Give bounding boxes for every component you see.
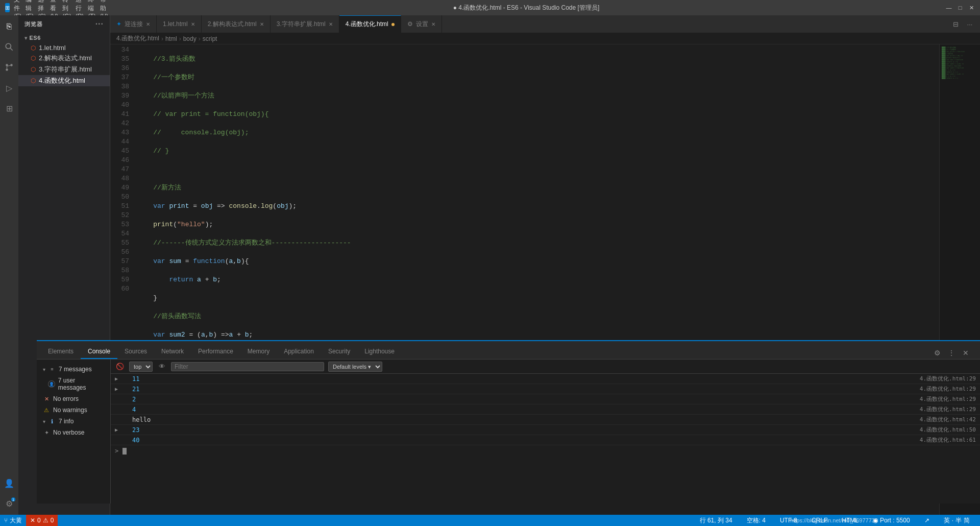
tab-welcome[interactable]: ✦ 迎连接 ✕ bbox=[110, 15, 157, 33]
tab-sources[interactable]: Sources bbox=[117, 345, 154, 359]
html-file-icon: ⬡ bbox=[31, 55, 36, 62]
close-icon[interactable]: ✕ bbox=[431, 21, 435, 27]
more-actions-button[interactable]: ··· bbox=[964, 18, 976, 30]
settings-icon[interactable]: ⚙ 1 bbox=[2, 496, 16, 511]
close-icon[interactable]: ✕ bbox=[329, 21, 333, 27]
clear-console-button[interactable]: 🚫 bbox=[115, 362, 125, 372]
expand-icon[interactable]: ▶ bbox=[115, 376, 122, 381]
git-branch[interactable]: ⑂ 大黄 bbox=[0, 515, 26, 526]
devtools-content: ▾ ≡ 7 messages 👤 7 user messages ✕ No er… bbox=[110, 360, 980, 504]
tab-lighthouse[interactable]: Lighthouse bbox=[357, 345, 402, 359]
devtools-panel: Elements Console Sources Network Perform… bbox=[110, 340, 980, 504]
cursor-position[interactable]: 行 61, 列 34 bbox=[696, 515, 737, 526]
console-row: 4 4.函数优化.html:29 bbox=[111, 404, 980, 415]
tab-network[interactable]: Network bbox=[154, 345, 191, 359]
tab-security[interactable]: Security bbox=[321, 345, 357, 359]
expand-icon bbox=[115, 396, 122, 402]
sidebar-item-3stringhtml[interactable]: ⬡ 3.字符串扩展.html bbox=[18, 64, 110, 75]
devtools-settings-button[interactable]: ⚙ bbox=[931, 347, 943, 359]
console-source[interactable]: 4.函数优化.html:29 bbox=[916, 405, 976, 413]
close-icon[interactable]: ✕ bbox=[146, 21, 150, 27]
console-value: 4 bbox=[132, 406, 916, 413]
account-icon[interactable]: 👤 bbox=[2, 476, 16, 490]
layout-icon: 英 bbox=[944, 516, 950, 525]
broadcast-icon: ↗ bbox=[924, 517, 929, 524]
breadcrumb-body[interactable]: body bbox=[183, 35, 197, 42]
split-editor-button[interactable]: ⊟ bbox=[949, 18, 962, 30]
close-icon[interactable]: ✕ bbox=[191, 21, 195, 27]
tab-3stringhtml[interactable]: 3.字符串扩展.html ✕ bbox=[271, 15, 339, 33]
console-source[interactable]: 4.函数优化.html:29 bbox=[916, 395, 976, 403]
expand-icon[interactable]: ▶ bbox=[115, 386, 122, 392]
titlebar: ⊞ 文件(F) 编辑(E) 选择(S) 查看(V) 转到(G) 运行(R) 终端… bbox=[0, 0, 980, 15]
devtools-more-button[interactable]: ⋮ bbox=[945, 347, 958, 359]
tab-performance[interactable]: Performance bbox=[191, 345, 240, 359]
console-value: 40 bbox=[132, 437, 916, 444]
html-file-icon: ⬡ bbox=[31, 44, 36, 52]
sidebar-item-4funchtml[interactable]: ⬡ 4.函数优化.html bbox=[18, 75, 110, 86]
log-level-select[interactable]: Default levels ▾ bbox=[328, 362, 382, 372]
layout-button[interactable]: 英 · 半 简 bbox=[940, 515, 974, 526]
console-row: ▶ 23 4.函数优化.html:50 bbox=[111, 425, 980, 435]
console-source[interactable]: 4.函数优化.html:61 bbox=[916, 436, 976, 444]
tab-settings[interactable]: ⚙ 设置 ✕ bbox=[401, 15, 442, 33]
tab-4funchtml[interactable]: 4.函数优化.html bbox=[339, 15, 401, 33]
console-value: 11 bbox=[132, 375, 916, 382]
console-source[interactable]: 4.函数优化.html:29 bbox=[916, 375, 976, 382]
tab-1lethtml[interactable]: 1.let.html ✕ bbox=[157, 15, 202, 33]
explorer-icon[interactable]: ⎘ bbox=[2, 19, 16, 34]
tab-label: 3.字符串扩展.html bbox=[277, 20, 326, 29]
console-filter-input[interactable] bbox=[171, 362, 324, 371]
maximize-button[interactable]: □ bbox=[957, 4, 964, 11]
sidebar-more-button[interactable]: ··· bbox=[95, 19, 104, 29]
tab-console[interactable]: Console bbox=[110, 345, 117, 359]
search-icon[interactable] bbox=[2, 40, 16, 54]
breadcrumb-script[interactable]: script bbox=[203, 35, 217, 42]
console-prompt[interactable]: > bbox=[111, 445, 980, 457]
tab-memory[interactable]: Memory bbox=[240, 345, 277, 359]
svg-point-0 bbox=[6, 43, 11, 49]
editor-tabs: ✦ 迎连接 ✕ 1.let.html ✕ 2.解构表达式.html ✕ 3.字符… bbox=[110, 15, 980, 33]
console-row: ▶ 21 4.函数优化.html:29 bbox=[111, 384, 980, 394]
sidebar-item-1lethtml[interactable]: ⬡ 1.let.html bbox=[18, 43, 110, 53]
error-icon: ✕ bbox=[30, 517, 35, 524]
expand-icon bbox=[115, 437, 122, 443]
context-select[interactable]: top bbox=[129, 362, 153, 372]
prompt-cursor bbox=[122, 448, 127, 455]
tab-2jiecouhtml[interactable]: 2.解构表达式.html ✕ bbox=[202, 15, 271, 33]
url-bar: https://blog.csdn.net/m0_46977733 bbox=[790, 515, 878, 526]
status-errors-warnings[interactable]: ✕ 0 ⚠ 0 bbox=[26, 515, 58, 526]
broadcast-button[interactable]: ↗ bbox=[920, 515, 934, 526]
sidebar-item-2jiecouhtml[interactable]: ⬡ 2.解构表达式.html bbox=[18, 53, 110, 64]
eye-button[interactable]: 👁 bbox=[157, 362, 167, 372]
console-source[interactable]: 4.函数优化.html:42 bbox=[916, 416, 976, 423]
source-control-icon[interactable] bbox=[2, 60, 16, 75]
console-source[interactable]: 4.函数优化.html:29 bbox=[916, 385, 976, 393]
sidebar-root[interactable]: ▾ ES6 bbox=[18, 33, 110, 43]
minimize-button[interactable]: — bbox=[945, 4, 952, 11]
console-row: ▶ 11 4.函数优化.html:29 bbox=[111, 374, 980, 384]
run-icon[interactable]: ▷ bbox=[2, 81, 16, 95]
devtools-close-button[interactable]: ✕ bbox=[960, 347, 972, 359]
extensions-icon[interactable]: ⊞ bbox=[2, 101, 16, 115]
close-icon[interactable]: ✕ bbox=[260, 21, 264, 27]
console-row: 2 4.函数优化.html:29 bbox=[111, 394, 980, 404]
console-source[interactable]: 4.函数优化.html:50 bbox=[916, 426, 976, 434]
settings-icon: ⚙ bbox=[407, 20, 413, 28]
tab-application[interactable]: Application bbox=[277, 345, 321, 359]
sidebar-title: 浏览器 bbox=[24, 20, 43, 28]
file-label: 4.函数优化.html bbox=[39, 76, 85, 85]
indentation[interactable]: 空格: 4 bbox=[743, 515, 770, 526]
console-value: 21 bbox=[132, 386, 916, 393]
tab-label: 1.let.html bbox=[163, 20, 188, 28]
breadcrumb-html[interactable]: html bbox=[165, 35, 177, 42]
activity-bar: ⎘ ▷ ⊞ 👤 ⚙ 1 bbox=[0, 15, 18, 515]
warning-icon: ⚠ bbox=[43, 517, 48, 524]
tab-label: 4.函数优化.html bbox=[346, 20, 388, 29]
close-button[interactable]: ✕ bbox=[968, 4, 975, 11]
expand-icon[interactable]: ▶ bbox=[115, 427, 122, 433]
html-file-icon: ⬡ bbox=[31, 77, 36, 84]
console-value: hello bbox=[132, 416, 916, 423]
window-title: ● 4.函数优化.html - ES6 - Visual Studio Code… bbox=[107, 4, 945, 12]
breadcrumb-file[interactable]: 4.函数优化.html bbox=[116, 34, 159, 43]
